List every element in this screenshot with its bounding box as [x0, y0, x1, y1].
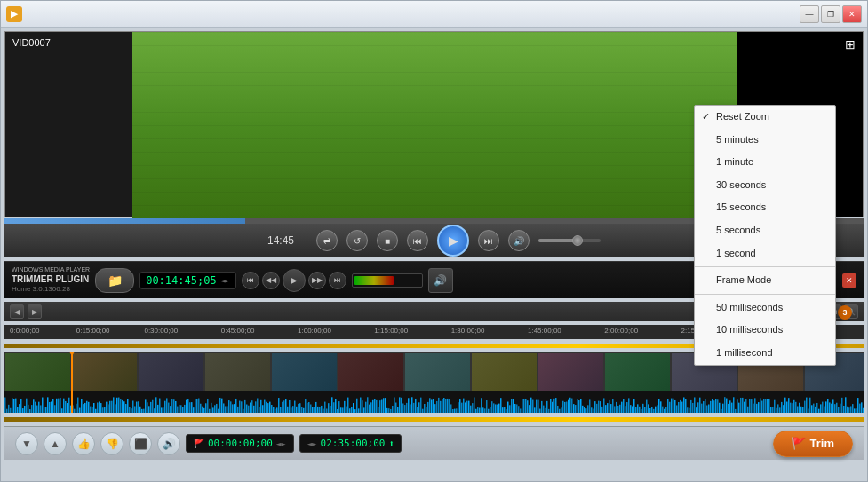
- menu-item-1sec[interactable]: 1 second: [695, 242, 835, 265]
- trim-flag-icon: 🚩: [792, 437, 806, 450]
- bt-add-button[interactable]: ▲: [44, 432, 67, 455]
- ruler-label-2: 0:30:00;00: [144, 327, 178, 335]
- ruler-label-5: 1:15:00;00: [374, 327, 408, 335]
- video-frame: [132, 32, 737, 218]
- titlebar: ▶ — ❐ ✕: [1, 1, 867, 28]
- folder-button[interactable]: 📁: [95, 268, 134, 293]
- video-progress-fill: [4, 218, 245, 224]
- plugin-name: TRIMMER PLUGIN: [12, 273, 90, 285]
- repeat-button[interactable]: ↺: [346, 230, 368, 251]
- thumb-3: [138, 352, 204, 391]
- thumb-1: [4, 352, 71, 391]
- time-in-icon: 🚩: [194, 439, 204, 448]
- thumb-5: [271, 352, 338, 391]
- tl-play-button[interactable]: ▶: [28, 304, 42, 319]
- trim-button[interactable]: 🚩 Trim: [773, 431, 853, 457]
- tc-arrow-icon[interactable]: ◄►: [220, 276, 230, 285]
- ruler-label-4: 1:00:00;00: [298, 327, 331, 335]
- ruler-label-7: 1:45:00;00: [528, 327, 561, 335]
- time-out-arrows[interactable]: ◄►: [307, 439, 317, 448]
- menu-item-30sec[interactable]: 30 seconds: [695, 174, 835, 197]
- plugin-version: Home 3.0.1306.28: [12, 285, 90, 294]
- volume-slider[interactable]: [538, 239, 601, 242]
- zoom-badge: 3: [838, 305, 852, 320]
- menu-item-reset-zoom[interactable]: Reset Zoom: [695, 106, 835, 129]
- plugin-logo: WINDOWS MEDIA PLAYER TRIMMER PLUGIN Home…: [12, 265, 90, 294]
- time-out-value: 02:35:00;00: [321, 438, 386, 449]
- stop-button[interactable]: ■: [377, 230, 398, 251]
- menu-item-5min[interactable]: 5 minutes: [695, 129, 835, 152]
- playhead: [71, 352, 73, 413]
- menu-item-10ms[interactable]: 10 milliseconds: [695, 319, 835, 342]
- bt-thumbs-up-button[interactable]: 👍: [72, 432, 95, 455]
- bt-volume-button[interactable]: 🔊: [157, 432, 180, 455]
- timecode-value: 00:14:45;05: [146, 274, 216, 287]
- window-controls: — ❐ ✕: [800, 5, 862, 23]
- thumb-7: [404, 352, 471, 391]
- plugin-wmp-label: WINDOWS MEDIA PLAYER: [12, 265, 90, 273]
- pt-prev-button[interactable]: ⏮: [242, 272, 259, 289]
- tl-zoom-button[interactable]: 🔍 3: [844, 304, 858, 319]
- play-button[interactable]: ▶: [437, 225, 469, 257]
- time-in-value: 00:00:00;00: [208, 438, 273, 449]
- timecode-display: 00:14:45;05 ◄►: [139, 272, 235, 289]
- shuffle-button[interactable]: ⇄: [316, 230, 338, 251]
- bt-up-button[interactable]: ▼: [15, 432, 38, 455]
- thumb-9: [538, 352, 604, 391]
- video-left-panel: [5, 32, 134, 217]
- bt-screenshot-button[interactable]: ⬛: [129, 432, 152, 455]
- waveform: [4, 391, 864, 413]
- plugin-transport: ⏮ ◀◀ ▶ ▶▶ ⏭: [242, 269, 346, 292]
- menu-item-5sec[interactable]: 5 seconds: [695, 219, 835, 242]
- thumb-2: [71, 352, 138, 391]
- bt-thumbs-down-button[interactable]: 👎: [100, 432, 123, 455]
- thumb-6: [338, 352, 404, 391]
- thumb-8: [471, 352, 538, 391]
- tl-back-button[interactable]: ◀: [10, 304, 24, 319]
- range-bar-bottom[interactable]: [4, 417, 864, 422]
- volume-plugin-button[interactable]: 🔊: [428, 268, 453, 293]
- ruler-label-0: 0:0:00;00: [10, 327, 39, 335]
- menu-item-frame-mode[interactable]: Frame Mode: [695, 269, 835, 292]
- menu-item-1ms[interactable]: 1 millisecond: [695, 342, 835, 365]
- thumb-4: [204, 352, 271, 391]
- time-out-display: ◄► 02:35:00;00 ⬆: [299, 434, 402, 453]
- transport-time: 14:45: [267, 234, 307, 247]
- meter-bar: [354, 276, 394, 285]
- bottom-toolbar: ▼ ▲ 👍 👎 ⬛ 🔊 🚩 00:00:00;00 ◄► ◄► 02:35:00…: [4, 426, 864, 460]
- ruler-label-1: 0:15:00;00: [76, 327, 110, 335]
- prev-button[interactable]: ⏮: [407, 230, 428, 251]
- context-menu: Reset Zoom 5 minutes 1 minute 30 seconds…: [694, 105, 836, 366]
- next-button[interactable]: ⏭: [478, 230, 499, 251]
- menu-item-50ms[interactable]: 50 milliseconds: [695, 296, 835, 320]
- menu-item-1min[interactable]: 1 minute: [695, 151, 835, 174]
- thumb-10: [604, 352, 671, 391]
- volume-thumb: [572, 235, 583, 246]
- pt-next-button[interactable]: ⏭: [329, 272, 346, 289]
- restore-button[interactable]: ❐: [821, 5, 840, 23]
- time-in-arrows[interactable]: ◄►: [276, 439, 286, 448]
- menu-divider-1: [695, 266, 835, 267]
- pt-frame-back-button[interactable]: ◀◀: [262, 272, 280, 289]
- plugin-close-button[interactable]: ✕: [842, 273, 856, 288]
- app-icon: ▶: [6, 6, 22, 22]
- pt-play-button[interactable]: ▶: [283, 269, 306, 292]
- time-in-display: 🚩 00:00:00;00 ◄►: [186, 434, 294, 453]
- ruler-label-6: 1:30:00;00: [451, 327, 485, 335]
- menu-item-15sec[interactable]: 15 seconds: [695, 196, 835, 219]
- ruler-label-3: 0:45:00;00: [221, 327, 255, 335]
- grid-icon[interactable]: ⊞: [845, 37, 856, 51]
- video-area: VID0007 ⊞ Reset Zoom 5 minutes 1 minute …: [4, 31, 864, 257]
- trim-label: Trim: [810, 437, 834, 450]
- minimize-button[interactable]: —: [800, 5, 819, 23]
- video-title: VID0007: [12, 37, 51, 48]
- level-meter: [352, 273, 423, 288]
- volume-button[interactable]: 🔊: [508, 230, 530, 251]
- ruler-label-8: 2:00:00;00: [604, 327, 638, 335]
- main-window: ▶ — ❐ ✕ VID0007 ⊞ Reset Zoom 5 minutes 1…: [0, 0, 868, 482]
- pt-frame-fwd-button[interactable]: ▶▶: [308, 272, 326, 289]
- main-content: VID0007 ⊞ Reset Zoom 5 minutes 1 minute …: [1, 28, 867, 481]
- menu-divider-2: [695, 294, 835, 295]
- close-button[interactable]: ✕: [842, 5, 862, 23]
- video-player[interactable]: VID0007 ⊞ Reset Zoom 5 minutes 1 minute …: [4, 31, 864, 217]
